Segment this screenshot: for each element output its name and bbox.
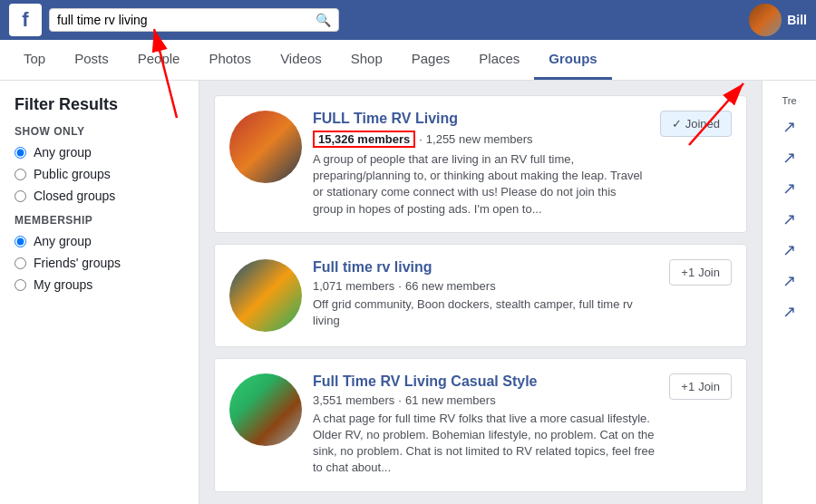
user-name: Bill [787, 13, 807, 27]
show-only-group: Any group Public groups Closed groups [15, 145, 184, 203]
group-card-2: Full time rv living 1,071 members · 66 n… [214, 244, 747, 347]
radio-any-group-show[interactable]: Any group [15, 145, 184, 160]
tab-people[interactable]: People [123, 40, 195, 80]
members-2: 1,071 members [313, 279, 394, 293]
dot-separator-3: · [398, 393, 402, 407]
group-actions-1: ✓ Joined [660, 111, 732, 218]
radio-any-group-member[interactable]: Any group [15, 234, 184, 248]
radio-my-groups-input[interactable] [15, 279, 26, 291]
tab-places[interactable]: Places [464, 40, 534, 80]
sidebar-title: Filter Results [15, 95, 184, 114]
group-name-2[interactable]: Full time rv living [313, 259, 658, 276]
radio-friends-groups[interactable]: Friends' groups [15, 256, 184, 270]
group-info-3: Full Time RV Living Casual Style 3,551 m… [313, 373, 658, 477]
new-members-3: 61 new members [405, 393, 496, 407]
facebook-logo[interactable]: f [9, 4, 42, 36]
show-only-label: SHOW ONLY [15, 125, 184, 138]
tab-shop[interactable]: Shop [336, 40, 397, 80]
membership-label: MEMBERSHIP [15, 214, 184, 227]
trend-item-6[interactable]: ↗ [782, 271, 796, 291]
radio-public-groups[interactable]: Public groups [15, 167, 184, 181]
join-label-2: Join [698, 266, 720, 279]
nav-tabs: Top Posts People Photos Videos Shop Page… [0, 40, 816, 81]
radio-friends-groups-label: Friends' groups [34, 256, 121, 270]
trend-item-5[interactable]: ↗ [782, 240, 796, 260]
radio-closed-groups-label: Closed groups [34, 189, 115, 203]
group-actions-3: +1 Join [669, 373, 732, 477]
radio-any-group-member-label: Any group [34, 234, 92, 248]
radio-any-group-show-label: Any group [34, 145, 92, 160]
join-button-3[interactable]: +1 Join [669, 373, 732, 400]
group-meta-1: 15,326 members · 1,255 new members [313, 131, 649, 148]
fb-icon: f [22, 8, 28, 32]
joined-button-1[interactable]: ✓ Joined [660, 111, 732, 137]
group-desc-3: A chat page for full time RV folks that … [313, 411, 658, 477]
group-thumb-2 [229, 259, 302, 332]
sidebar: Filter Results SHOW ONLY Any group Publi… [0, 81, 199, 504]
joined-label-1: Joined [685, 117, 720, 131]
topbar: f 🔍 Bill [0, 0, 816, 40]
tab-videos[interactable]: Videos [266, 40, 336, 80]
trend-label: Tre [782, 95, 796, 106]
radio-public-groups-input[interactable] [15, 169, 26, 180]
trend-item-1[interactable]: ↗ [782, 117, 796, 137]
radio-closed-groups[interactable]: Closed groups [15, 189, 184, 203]
tab-posts[interactable]: Posts [60, 40, 123, 80]
radio-any-group-member-input[interactable] [15, 236, 26, 247]
group-name-1[interactable]: FULL Time RV Living [313, 111, 649, 127]
join-label-3: Join [698, 380, 720, 393]
group-card-1: FULL Time RV Living 15,326 members · 1,2… [214, 95, 747, 233]
members-badge-1: 15,326 members [313, 131, 415, 148]
trend-item-2[interactable]: ↗ [782, 148, 796, 168]
right-panel: Tre ↗ ↗ ↗ ↗ ↗ ↗ ↗ [762, 81, 816, 504]
trend-item-3[interactable]: ↗ [782, 179, 796, 199]
main-layout: Filter Results SHOW ONLY Any group Publi… [0, 81, 816, 504]
new-members-2: 66 new members [405, 279, 496, 293]
new-members-1: 1,255 new members [426, 132, 533, 146]
group-thumb-1 [229, 111, 302, 183]
user-avatar[interactable]: Bill [749, 4, 807, 36]
radio-any-group-show-input[interactable] [15, 147, 26, 159]
group-meta-2: 1,071 members · 66 new members [313, 279, 658, 293]
radio-closed-groups-input[interactable] [15, 190, 26, 202]
radio-my-groups-label: My groups [34, 277, 92, 292]
group-desc-2: Off grid community, Boon dockers, stealt… [313, 296, 658, 329]
avatar-image [749, 4, 782, 36]
dot-separator-2: · [398, 279, 402, 293]
dot-separator-1: · [419, 132, 423, 146]
group-info-2: Full time rv living 1,071 members · 66 n… [313, 259, 658, 332]
trend-item-4[interactable]: ↗ [782, 209, 796, 229]
group-name-3[interactable]: Full Time RV Living Casual Style [313, 373, 658, 390]
group-info-1: FULL Time RV Living 15,326 members · 1,2… [313, 111, 649, 218]
group-desc-1: A group of people that are living in an … [313, 151, 649, 218]
join-button-2[interactable]: +1 Join [669, 259, 732, 286]
plus-icon-3: +1 [681, 380, 695, 393]
trend-item-7[interactable]: ↗ [782, 302, 796, 322]
tab-pages[interactable]: Pages [397, 40, 465, 80]
group-card-3: Full Time RV Living Casual Style 3,551 m… [214, 358, 747, 492]
tab-groups[interactable]: Groups [534, 40, 611, 80]
members-3: 3,551 members [313, 393, 394, 407]
radio-public-groups-label: Public groups [34, 167, 111, 181]
tab-top[interactable]: Top [9, 40, 60, 80]
search-box[interactable]: 🔍 [49, 8, 339, 32]
radio-friends-groups-input[interactable] [15, 257, 26, 269]
content-area: FULL Time RV Living 15,326 members · 1,2… [199, 81, 762, 504]
group-actions-2: +1 Join [669, 259, 732, 332]
group-meta-3: 3,551 members · 61 new members [313, 393, 658, 407]
search-icon: 🔍 [316, 13, 331, 27]
check-icon-1: ✓ [672, 117, 682, 131]
radio-my-groups[interactable]: My groups [15, 277, 184, 292]
search-input[interactable] [57, 13, 310, 27]
plus-icon-2: +1 [681, 266, 695, 279]
group-thumb-3 [229, 373, 302, 446]
membership-group: Any group Friends' groups My groups [15, 234, 184, 292]
tab-photos[interactable]: Photos [194, 40, 266, 80]
